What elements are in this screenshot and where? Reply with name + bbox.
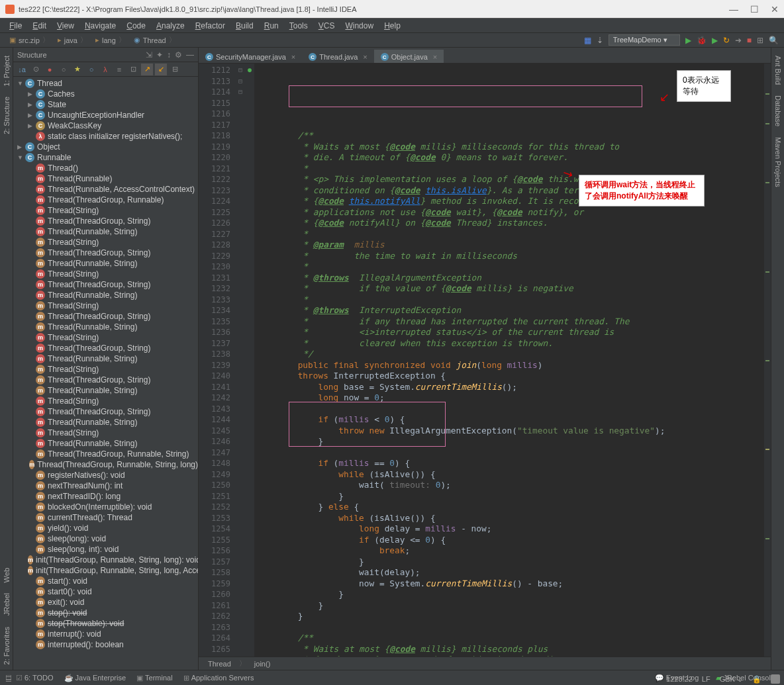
structure-tree[interactable]: ▼CThread▶CCaches▶CState▶CUncaughtExcepti… [13, 77, 198, 670]
menu-vcs[interactable]: VCS [313, 21, 340, 30]
tree-item[interactable]: mThread(Runnable, String) [13, 322, 198, 332]
breadcrumb-item[interactable]: ▸ lang 〉 [91, 35, 130, 45]
stop-button[interactable]: ■ [747, 36, 752, 45]
encoding[interactable]: GBK ⌄ [720, 675, 743, 684]
hide-icon[interactable]: — [186, 50, 194, 60]
breadcrumb-item[interactable]: join() [250, 660, 274, 668]
tree-item[interactable]: mThread(String) [13, 205, 198, 216]
tree-item[interactable]: mThread(ThreadGroup, Runnable, String) [13, 449, 198, 459]
editor-tab[interactable]: CObject.java× [374, 50, 444, 63]
tree-item[interactable]: mnextThreadNum(): int [13, 480, 198, 491]
tree-item[interactable]: mThread(String) [13, 269, 198, 279]
tree-item[interactable]: mThread(ThreadGroup, String) [13, 216, 198, 226]
tree-item[interactable]: mThread(ThreadGroup, String) [13, 279, 198, 290]
tree-item[interactable]: mstop(): void [13, 608, 198, 618]
menu-file[interactable]: File [4, 21, 27, 30]
tree-item[interactable]: msleep(long, int): void [13, 544, 198, 555]
debug-button[interactable]: 🐞 [697, 36, 707, 45]
tree-item[interactable]: mThread(ThreadGroup, String) [13, 375, 198, 385]
minimize-button[interactable]: — [729, 4, 738, 15]
code-editor[interactable]: /** * Waits at most {@code millis} milli… [254, 64, 764, 657]
tree-item[interactable]: mThread(Runnable) [13, 173, 198, 184]
tree-item[interactable]: minit(ThreadGroup, Runnable, String, lon… [13, 565, 198, 576]
tree-item[interactable]: mThread(Runnable, String) [13, 385, 198, 396]
tree-item[interactable]: mThread(String) [13, 396, 198, 406]
right-tool-database[interactable]: Database [773, 90, 783, 132]
menu-view[interactable]: View [52, 21, 79, 30]
editor-tab[interactable]: CSecurityManager.java× [199, 50, 302, 63]
tree-item[interactable]: ▼CRunnable [13, 152, 198, 163]
status-item[interactable]: ☑ 6: TODO [12, 674, 58, 682]
inherited-icon[interactable]: ○ [58, 64, 70, 75]
tree-item[interactable]: mexit(): void [13, 597, 198, 608]
tree-item[interactable]: mThread(ThreadGroup, Runnable) [13, 195, 198, 205]
tree-item[interactable]: mThread(ThreadGroup, String) [13, 343, 198, 353]
right-tool-antbuild[interactable]: Ant Build [773, 50, 783, 90]
tree-item[interactable]: mnextThreadID(): long [13, 491, 198, 502]
attach-button[interactable]: ➜ [735, 36, 742, 45]
left-tool-favorites[interactable]: 2: Favorites [1, 621, 12, 670]
lambda-icon[interactable]: λ [99, 64, 111, 75]
tree-item[interactable]: mThread(String) [13, 237, 198, 248]
tree-item[interactable]: msleep(long): void [13, 533, 198, 544]
fold-column[interactable]: ⊟⊟⊟ [236, 64, 245, 657]
tree-item[interactable]: mThread(ThreadGroup, Runnable, String, l… [13, 459, 198, 470]
tree-item[interactable]: mThread(Runnable, String) [13, 226, 198, 237]
tree-item[interactable]: mThread(String) [13, 332, 198, 343]
tree-item[interactable]: mstart(): void [13, 576, 198, 586]
left-tool-structure[interactable]: 2: Structure [1, 91, 12, 140]
tool-icon[interactable]: ▦ [584, 36, 591, 45]
structure-button[interactable]: ⊞ [757, 36, 763, 45]
run-config-selector[interactable]: TreeMapDemo ▾ [609, 34, 680, 46]
lock-icon[interactable]: 🔒 [752, 675, 761, 684]
sort-vis-icon[interactable]: ⊙ [30, 64, 42, 75]
breadcrumb-item[interactable]: Thread [204, 660, 235, 668]
tree-item[interactable]: ▶CState [13, 99, 198, 110]
breadcrumb-item[interactable]: ▣ src.zip 〉 [5, 35, 54, 45]
anon-icon[interactable]: ○ [85, 64, 97, 75]
tree-item[interactable]: ▶CCaches [13, 89, 198, 99]
run-button[interactable]: ▶ [685, 36, 691, 45]
autoscroll-from-icon[interactable]: ↙ [155, 64, 167, 75]
scroll-from-icon[interactable]: ✦ [156, 50, 163, 60]
tree-item[interactable]: mThread(Runnable, String) [13, 290, 198, 300]
run-coverage-button[interactable]: ▶ [712, 36, 718, 45]
pin-icon[interactable]: ⇲ [146, 50, 152, 60]
line-ending[interactable]: LF [702, 675, 710, 683]
tree-item[interactable]: mThread(ThreadGroup, String) [13, 311, 198, 322]
maximize-button[interactable]: ☐ [750, 4, 759, 15]
non-public-icon[interactable]: ≡ [113, 64, 125, 75]
tree-item[interactable]: mstop(Throwable): void [13, 618, 198, 629]
tree-item[interactable]: mregisterNatives(): void [13, 470, 198, 480]
inspector-icon[interactable] [771, 674, 780, 684]
autoscroll-to-icon[interactable]: ↗ [141, 64, 153, 75]
getter-icon[interactable]: ⊡ [127, 64, 139, 75]
tree-item[interactable]: mThread(ThreadGroup, String) [13, 406, 198, 417]
tree-item[interactable]: ▶CUncaughtExceptionHandler [13, 110, 198, 120]
tree-item[interactable]: mThread(Runnable, String) [13, 353, 198, 364]
tree-item[interactable]: mThread(Runnable, String) [13, 417, 198, 428]
tree-item[interactable]: myield(): void [13, 523, 198, 533]
tree-item[interactable]: mThread(String) [13, 428, 198, 438]
tree-item[interactable]: mblockedOn(Interruptible): void [13, 502, 198, 512]
menu-refactor[interactable]: Refactor [190, 21, 230, 30]
tree-item[interactable]: ▶CWeakClassKey [13, 120, 198, 131]
status-menu-icon[interactable]: ☰ [5, 675, 12, 684]
tree-item[interactable]: mThread(Runnable, AccessControlContext) [13, 184, 198, 195]
menu-build[interactable]: Build [230, 21, 259, 30]
left-tool-project[interactable]: 1: Project [1, 50, 12, 91]
menu-run[interactable]: Run [259, 21, 284, 30]
tree-item[interactable]: ▼CThread [13, 78, 198, 89]
tree-item[interactable]: mstart0(): void [13, 586, 198, 597]
tree-item[interactable]: minterrupted(): boolean [13, 639, 198, 650]
tree-item[interactable]: mThread(ThreadGroup, String) [13, 248, 198, 258]
tree-item[interactable]: mThread(Runnable, String) [13, 258, 198, 269]
close-tab-icon[interactable]: × [291, 53, 295, 61]
collapse-all-icon[interactable]: ⊟ [169, 64, 181, 75]
right-tool-mavenprojects[interactable]: Maven Projects [773, 132, 783, 193]
tree-item[interactable]: λstatic class initializer registerNative… [13, 131, 198, 142]
status-item[interactable]: ☕ Java Enterprise [60, 674, 130, 682]
status-item[interactable]: ⊞ Application Servers [179, 674, 258, 682]
menu-help[interactable]: Help [379, 21, 406, 30]
menu-tools[interactable]: Tools [284, 21, 313, 30]
